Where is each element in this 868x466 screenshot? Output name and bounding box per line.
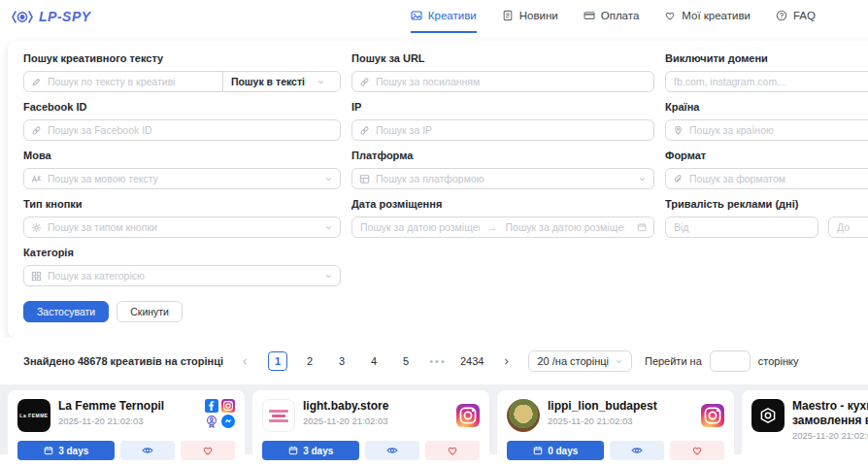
image-icon xyxy=(411,10,422,21)
days-active-button[interactable]: 0 days xyxy=(507,441,604,460)
page-size-select[interactable]: 20 /на сторінці xyxy=(528,350,632,372)
page-button[interactable]: 4 xyxy=(364,351,384,371)
eye-logo-icon xyxy=(12,10,33,24)
page-button[interactable]: 3 xyxy=(332,351,351,371)
page-button[interactable]: 2 xyxy=(300,351,319,371)
eye-icon xyxy=(142,445,153,456)
platform-input[interactable] xyxy=(370,169,631,188)
calendar-icon xyxy=(533,446,543,455)
filter-label: Пошук за URL xyxy=(351,52,654,64)
view-button[interactable] xyxy=(610,441,664,460)
platform-select[interactable] xyxy=(351,168,654,189)
date-range-picker[interactable]: → xyxy=(351,216,654,238)
language-input[interactable] xyxy=(42,169,317,188)
pencil-icon xyxy=(31,77,42,87)
filter-label: Мова xyxy=(23,150,341,161)
translate-icon xyxy=(31,174,42,184)
duration-to-input[interactable] xyxy=(829,217,868,237)
facebook-id-input[interactable] xyxy=(42,120,340,140)
card-title: La Femme Ternopil xyxy=(58,399,196,414)
next-page-button[interactable] xyxy=(496,351,516,371)
page-button[interactable]: 5 xyxy=(396,351,416,371)
instagram-icon xyxy=(220,399,235,413)
logo[interactable]: LP-SPY xyxy=(12,9,91,24)
nav-tab-creatives[interactable]: Креативи xyxy=(411,0,477,33)
apply-button[interactable]: Застосувати xyxy=(23,301,109,322)
creative-text-input[interactable] xyxy=(42,72,222,91)
button-type-input[interactable] xyxy=(42,217,317,237)
creative-card[interactable]: La FEMME La Femme Ternopil 2025-11-20 21… xyxy=(8,390,245,460)
creative-card[interactable]: light.baby.store 2025-11-20 21:02:03 xyxy=(252,390,489,460)
creative-card[interactable]: Maestro - кухні, меблі на замовлення в У… xyxy=(742,390,868,460)
days-active-button[interactable]: 3 days xyxy=(17,441,115,460)
prev-page-button[interactable] xyxy=(236,351,255,371)
card-date: 2025-11-20 21:02:03 xyxy=(548,416,693,426)
category-select[interactable] xyxy=(23,265,341,286)
button-type-select[interactable] xyxy=(23,216,341,238)
filter-label: Тип кнопки xyxy=(23,198,341,210)
reset-button[interactable]: Скинути xyxy=(117,301,183,322)
exclude-domains-input[interactable] xyxy=(666,72,868,91)
card-title: light.baby.store xyxy=(303,399,449,414)
filter-label: Платформа xyxy=(351,150,654,161)
heart-icon xyxy=(202,445,214,456)
card-title: Maestro - кухні, меблі на замовлення в У… xyxy=(792,399,868,428)
heart-icon xyxy=(447,445,458,456)
results-area: La FEMME La Femme Ternopil 2025-11-20 21… xyxy=(0,384,868,454)
card-title: lippi_lion_budapest xyxy=(548,399,693,414)
gear-icon xyxy=(31,222,42,233)
duration-from-input[interactable] xyxy=(666,217,818,237)
filter-url: Пошук за URL xyxy=(351,52,654,92)
arrow-right-icon: → xyxy=(485,221,500,233)
goto-page-input[interactable] xyxy=(710,350,751,372)
instagram-icon xyxy=(701,399,724,432)
nav-tab-payment[interactable]: Оплата xyxy=(584,0,640,33)
page-button[interactable]: 2434 xyxy=(460,351,484,371)
format-input[interactable] xyxy=(684,169,868,188)
chevron-down-icon xyxy=(615,357,623,366)
filter-panel: Пошук креативного тексту Пошук в тексті xyxy=(8,41,868,338)
filter-language: Мова xyxy=(23,150,341,189)
page-button[interactable]: 1 xyxy=(268,351,287,371)
card-date: 2025-11-20 21:02:03 xyxy=(303,416,449,426)
text-search-mode-select[interactable]: Пошук в тексті xyxy=(222,72,340,91)
link-icon xyxy=(359,77,370,87)
card-date: 2025-11-20 21:02:03 xyxy=(792,430,868,441)
pagination-bar: Знайдено 48678 креативів на сторінці 1 2… xyxy=(0,338,868,384)
filter-label: Виключити домени xyxy=(665,52,868,64)
country-input[interactable] xyxy=(684,120,868,140)
like-button[interactable] xyxy=(425,441,480,460)
chevron-down-icon xyxy=(317,78,325,86)
nav-label: FAQ xyxy=(793,10,816,21)
page-ellipsis[interactable]: ••• xyxy=(428,351,448,371)
like-button[interactable] xyxy=(181,441,235,460)
date-to-input[interactable] xyxy=(500,217,631,237)
ip-input[interactable] xyxy=(370,120,653,140)
date-from-input[interactable] xyxy=(352,217,485,237)
filter-country: Країна xyxy=(665,101,868,141)
eye-icon xyxy=(386,445,398,456)
nav-tab-faq[interactable]: FAQ xyxy=(776,0,816,33)
nav-tab-my-creatives[interactable]: Мої креативи xyxy=(664,0,751,33)
filter-platform: Платформа xyxy=(351,150,654,189)
filter-label: Дата розміщення xyxy=(351,198,654,210)
nav-label: Креативи xyxy=(428,10,477,21)
creative-card[interactable]: lippi_lion_budapest 2025-11-20 21:02:03 xyxy=(497,390,734,460)
category-input[interactable] xyxy=(42,266,317,285)
person-badge-icon xyxy=(204,415,218,428)
like-button[interactable] xyxy=(670,441,724,460)
days-active-button[interactable]: 3 days xyxy=(262,441,359,460)
filter-label: Тривалість реклами (дні) xyxy=(665,198,868,210)
url-input[interactable] xyxy=(370,72,653,91)
filter-creative-text: Пошук креативного тексту Пошук в тексті xyxy=(23,52,341,92)
nav-tab-news[interactable]: Новини xyxy=(502,0,558,33)
view-button[interactable] xyxy=(365,441,419,460)
filter-ip: IP xyxy=(351,101,654,141)
view-button[interactable] xyxy=(120,441,175,460)
logo-text: LP-SPY xyxy=(39,9,91,24)
filter-placement-date: Дата розміщення → xyxy=(351,198,654,238)
eye-icon xyxy=(631,445,643,456)
filter-label: Facebook ID xyxy=(23,101,341,113)
language-select[interactable] xyxy=(23,168,341,189)
nav-label: Новини xyxy=(519,10,558,21)
